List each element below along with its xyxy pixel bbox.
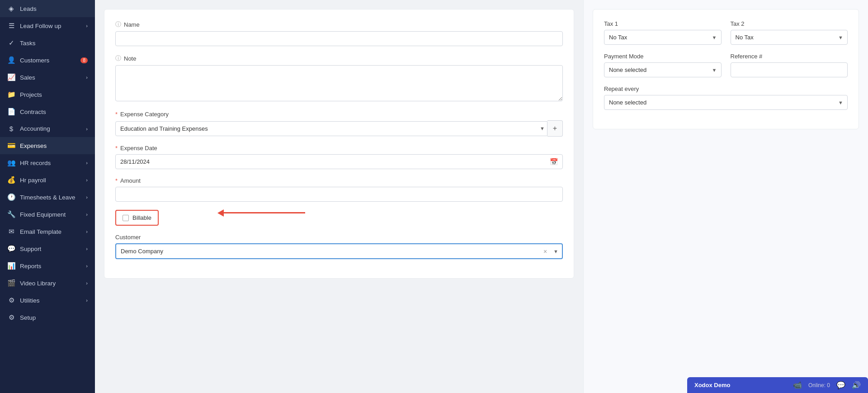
bottom-bar-actions: 📹 Online: 0 💬 🔊 xyxy=(793,381,861,389)
tax2-select[interactable]: No Tax xyxy=(731,30,848,45)
sidebar: ◈ Leads ☰ Lead Follow up › ✓ Tasks 👤 Cus… xyxy=(0,0,95,393)
chevron-right-icon: › xyxy=(86,160,88,166)
sidebar-item-label: Setup xyxy=(20,314,36,321)
bottom-bar: Xodox Demo 📹 Online: 0 💬 🔊 xyxy=(687,377,868,393)
billable-checkbox-wrapper[interactable]: Billable xyxy=(115,210,159,226)
support-icon: 💬 xyxy=(7,245,15,253)
chevron-right-icon: › xyxy=(86,177,88,183)
sidebar-item-label: Accounting xyxy=(20,125,50,132)
bottom-bar-title: Xodox Demo xyxy=(694,382,730,388)
sidebar-item-expenses[interactable]: 💳 Expenses xyxy=(0,137,95,154)
sidebar-item-timesheets[interactable]: 🕐 Timesheets & Leave › xyxy=(0,189,95,206)
tasks-icon: ✓ xyxy=(7,39,15,47)
right-card: Tax 1 No Tax ▼ Tax 2 No Tax xyxy=(593,9,859,129)
sidebar-item-utilities[interactable]: ⚙ Utilities › xyxy=(0,292,95,309)
arrow-head xyxy=(217,209,224,217)
chevron-right-icon: › xyxy=(86,212,88,217)
sidebar-item-label: Expenses xyxy=(20,142,47,149)
chat-icon[interactable]: 💬 xyxy=(836,381,845,389)
chevron-right-icon: › xyxy=(86,194,88,200)
repeat-select-wrapper: None selected ▼ xyxy=(604,95,848,110)
sidebar-item-label: Utilities xyxy=(20,297,40,304)
sidebar-item-hr-records[interactable]: 👥 HR records › xyxy=(0,154,95,171)
expense-date-input[interactable] xyxy=(115,154,563,169)
audio-icon[interactable]: 🔊 xyxy=(852,381,861,389)
sidebar-item-label: Lead Follow up xyxy=(20,23,61,29)
billable-label: Billable xyxy=(132,214,151,221)
chevron-right-icon: › xyxy=(86,126,88,132)
chevron-right-icon: › xyxy=(86,246,88,251)
setup-icon: ⚙ xyxy=(7,313,15,322)
tax1-select[interactable]: No Tax xyxy=(604,30,722,45)
sidebar-item-hr-payroll[interactable]: 💰 Hr payroll › xyxy=(0,171,95,189)
name-help-icon: ⓘ xyxy=(115,20,121,28)
chevron-right-icon: › xyxy=(86,23,88,28)
required-marker: * xyxy=(115,111,118,118)
leads-icon: ◈ xyxy=(7,5,15,13)
name-input[interactable] xyxy=(115,31,563,46)
tax1-label: Tax 1 xyxy=(604,20,722,27)
payment-mode-label: Payment Mode xyxy=(604,53,722,60)
chevron-right-icon: › xyxy=(86,75,88,80)
projects-icon: 📁 xyxy=(7,90,15,99)
lead-follow-up-icon: ☰ xyxy=(7,22,15,30)
chevron-right-icon: › xyxy=(86,298,88,303)
tax1-col: Tax 1 No Tax ▼ xyxy=(604,20,722,45)
sidebar-item-customers[interactable]: 👤 Customers 8 xyxy=(0,52,95,69)
billable-container: Billable xyxy=(115,210,563,226)
required-marker: * xyxy=(115,177,118,184)
sidebar-item-label: Sales xyxy=(20,74,35,81)
sidebar-item-label: Leads xyxy=(20,5,37,12)
add-category-button[interactable]: + xyxy=(547,120,563,137)
customers-badge: 8 xyxy=(80,57,88,63)
note-label: ⓘ Note xyxy=(115,54,563,62)
sidebar-item-contracts[interactable]: 📄 Contracts xyxy=(0,103,95,120)
customer-input[interactable] xyxy=(116,244,541,258)
note-group: ⓘ Note xyxy=(115,54,563,103)
chevron-right-icon: › xyxy=(86,229,88,234)
repeat-row: Repeat every None selected ▼ xyxy=(604,85,848,110)
video-icon[interactable]: 📹 xyxy=(793,381,802,389)
sidebar-item-label: Contracts xyxy=(20,109,46,115)
sidebar-item-label: Hr payroll xyxy=(20,177,46,184)
sidebar-item-label: Projects xyxy=(20,91,42,98)
expense-category-select[interactable]: Education and Training Expenses xyxy=(115,121,547,136)
tax-row: Tax 1 No Tax ▼ Tax 2 No Tax xyxy=(604,20,848,45)
sidebar-item-projects[interactable]: 📁 Projects xyxy=(0,86,95,103)
sidebar-item-tasks[interactable]: ✓ Tasks xyxy=(0,34,95,52)
payment-mode-select[interactable]: None selected xyxy=(604,62,722,77)
sidebar-item-lead-follow-up[interactable]: ☰ Lead Follow up › xyxy=(0,17,95,34)
customer-select-wrapper: × ▼ xyxy=(115,243,563,259)
chevron-right-icon: › xyxy=(86,263,88,269)
chevron-down-icon[interactable]: ▼ xyxy=(550,249,562,254)
timesheets-icon: 🕐 xyxy=(7,193,15,201)
utilities-icon: ⚙ xyxy=(7,296,15,304)
note-textarea[interactable] xyxy=(115,65,563,101)
sidebar-item-fixed-equipment[interactable]: 🔧 Fixed Equipment › xyxy=(0,206,95,223)
sidebar-item-video-library[interactable]: 🎬 Video Library › xyxy=(0,275,95,292)
sidebar-item-label: Email Template xyxy=(20,228,61,235)
sidebar-item-reports[interactable]: 📊 Reports › xyxy=(0,257,95,275)
date-wrapper: 📅 xyxy=(115,154,563,169)
reference-input[interactable] xyxy=(731,62,848,77)
reference-col: Reference # xyxy=(731,53,848,77)
sidebar-item-accounting[interactable]: $ Accounting › xyxy=(0,120,95,137)
amount-input[interactable] xyxy=(115,187,563,202)
sidebar-item-label: Reports xyxy=(20,263,41,270)
sidebar-item-label: Support xyxy=(20,246,41,252)
billable-checkbox[interactable] xyxy=(123,215,129,221)
sidebar-item-label: HR records xyxy=(20,160,51,166)
sidebar-item-sales[interactable]: 📈 Sales › xyxy=(0,69,95,86)
customer-clear-icon[interactable]: × xyxy=(541,248,550,255)
sidebar-item-support[interactable]: 💬 Support › xyxy=(0,240,95,257)
right-panel: Tax 1 No Tax ▼ Tax 2 No Tax xyxy=(583,0,868,393)
sidebar-item-email-template[interactable]: ✉ Email Template › xyxy=(0,223,95,240)
accounting-icon: $ xyxy=(7,125,15,133)
sidebar-item-leads[interactable]: ◈ Leads xyxy=(0,0,95,17)
repeat-select[interactable]: None selected xyxy=(604,95,848,110)
sidebar-item-label: Timesheets & Leave xyxy=(20,194,75,201)
sidebar-item-label: Tasks xyxy=(20,40,36,47)
expense-category-select-wrapper: Education and Training Expenses ▼ + xyxy=(115,120,563,137)
tax2-label: Tax 2 xyxy=(731,20,848,27)
sidebar-item-setup[interactable]: ⚙ Setup xyxy=(0,309,95,326)
